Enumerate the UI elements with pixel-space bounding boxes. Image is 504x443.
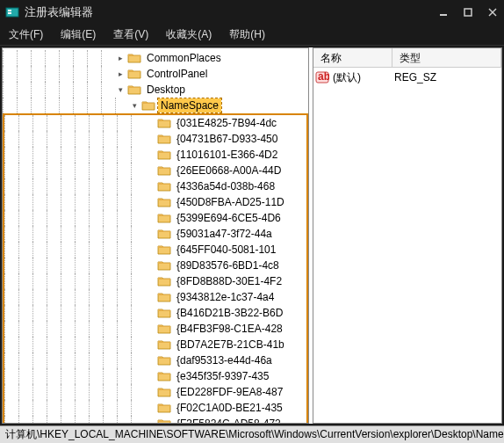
tree-label: {59031a47-3f72-44a xyxy=(174,227,275,241)
expander-spacer xyxy=(145,229,155,239)
tree-node-guid[interactable]: {daf95313-e44d-46a xyxy=(4,352,306,368)
tree-node-guid[interactable]: {4336a54d-038b-468 xyxy=(4,178,306,194)
expander-spacer xyxy=(145,134,155,144)
menu-view[interactable]: 查看(V) xyxy=(110,25,152,44)
tree-node-guid[interactable]: {F3F5824C-AD58-472 xyxy=(4,416,306,423)
tree-node-guid[interactable]: {BD7A2E7B-21CB-41b xyxy=(4,337,306,352)
tree-label: {ED228FDF-9EA8-487 xyxy=(174,385,285,399)
tree-label: {645FF040-5081-101 xyxy=(174,243,278,257)
folder-icon xyxy=(157,370,171,382)
folder-icon xyxy=(141,99,155,112)
folder-icon xyxy=(157,323,171,335)
expander-icon[interactable]: ▸ xyxy=(115,69,126,79)
expander-spacer xyxy=(145,165,155,176)
values-header: 名称 类型 xyxy=(313,48,501,68)
expander-icon[interactable]: ▾ xyxy=(129,100,140,111)
tree-node-namespace[interactable]: ▾NameSpace xyxy=(3,98,308,113)
menu-favorites[interactable]: 收藏夹(A) xyxy=(162,25,215,44)
tree-node-guid[interactable]: {5399E694-6CE5-4D6 xyxy=(4,210,306,226)
menu-help[interactable]: 帮助(H) xyxy=(226,25,269,44)
expander-spacer xyxy=(145,308,155,318)
app-icon xyxy=(5,5,19,19)
folder-icon xyxy=(157,259,171,272)
tree-label: {04731B67-D933-450 xyxy=(174,132,280,146)
menu-file[interactable]: 文件(F) xyxy=(5,25,47,44)
menu-edit[interactable]: 编辑(E) xyxy=(57,25,99,44)
values-panel[interactable]: 名称 类型 ab (默认) REG_SZ xyxy=(313,47,502,424)
svg-text:ab: ab xyxy=(318,71,329,83)
expander-spacer xyxy=(145,181,155,192)
tree-node-guid[interactable]: {8FD8B88D-30E1-4F2 xyxy=(4,273,306,289)
column-name[interactable]: 名称 xyxy=(313,48,392,67)
content-area: ▸CommonPlaces▸ControlPanel▾Desktop▾NameS… xyxy=(2,47,502,424)
expander-spacer xyxy=(145,387,155,397)
tree-label: ControlPanel xyxy=(144,67,210,81)
tree-node-guid[interactable]: {e345f35f-9397-435 xyxy=(4,368,306,384)
tree-label: {9343812e-1c37-4a4 xyxy=(174,290,277,304)
folder-icon xyxy=(157,291,171,303)
tree-label: {5399E694-6CE5-4D6 xyxy=(174,211,284,225)
tree-label: Desktop xyxy=(144,83,188,97)
folder-icon xyxy=(157,196,171,208)
expander-spacer xyxy=(145,403,155,413)
tree-label-selected: NameSpace xyxy=(158,98,221,113)
folder-icon xyxy=(157,338,171,351)
expander-icon[interactable]: ▸ xyxy=(115,53,126,63)
tree-label: CommonPlaces xyxy=(144,51,224,65)
column-type[interactable]: 类型 xyxy=(392,48,501,67)
registry-editor-window: 注册表编辑器 文件(F) 编辑(E) 查看(V) 收藏夹(A) 帮助(H) ▸C… xyxy=(0,0,504,443)
tree-node-guid[interactable]: {04731B67-D933-450 xyxy=(4,131,306,147)
window-title: 注册表编辑器 xyxy=(25,4,437,20)
tree-node-guid[interactable]: {9343812e-1c37-4a4 xyxy=(4,289,306,305)
folder-icon xyxy=(157,133,171,145)
tree-label: {8FD8B88D-30E1-4F2 xyxy=(174,274,284,288)
tree-node-ControlPanel[interactable]: ▸ControlPanel xyxy=(3,66,308,82)
expander-icon[interactable]: ▾ xyxy=(115,84,126,95)
tree-label: {26EE0668-A00A-44D xyxy=(174,163,284,178)
folder-icon xyxy=(157,275,171,287)
value-row-default[interactable]: ab (默认) REG_SZ xyxy=(315,69,500,85)
folder-icon xyxy=(157,354,171,367)
tree-label: {B416D21B-3B22-B6D xyxy=(174,306,285,320)
expander-spacer xyxy=(145,292,155,302)
status-path: 计算机\HKEY_LOCAL_MACHINE\SOFTWARE\Microsof… xyxy=(5,427,504,442)
minimize-button[interactable] xyxy=(437,6,450,18)
tree-node-guid[interactable]: {89D83576-6BD1-4c8 xyxy=(4,258,306,273)
folder-icon xyxy=(157,180,171,192)
tree-node-Desktop[interactable]: ▾Desktop xyxy=(3,82,308,98)
svg-rect-2 xyxy=(8,12,11,14)
expander-spacer xyxy=(145,213,155,223)
value-type: REG_SZ xyxy=(394,71,436,84)
tree-label: {F02C1A0D-BE21-435 xyxy=(174,401,285,415)
folder-icon xyxy=(157,243,171,256)
window-controls xyxy=(437,6,499,18)
tree-node-CommonPlaces[interactable]: ▸CommonPlaces xyxy=(3,50,308,66)
expander-spacer xyxy=(145,197,155,207)
maximize-button[interactable] xyxy=(462,6,474,18)
tree-node-guid[interactable]: {B4FB3F98-C1EA-428 xyxy=(4,321,306,337)
tree-panel[interactable]: ▸CommonPlaces▸ControlPanel▾Desktop▾NameS… xyxy=(2,47,309,424)
expander-spacer xyxy=(145,418,155,423)
tree-node-guid[interactable]: {59031a47-3f72-44a xyxy=(4,226,306,242)
tree-node-guid[interactable]: {450D8FBA-AD25-11D xyxy=(4,194,306,210)
expander-spacer xyxy=(145,355,155,366)
tree-node-guid[interactable]: {ED228FDF-9EA8-487 xyxy=(4,384,306,400)
highlighted-children: {031E4825-7B94-4dc{04731B67-D933-450{110… xyxy=(3,113,308,423)
expander-spacer xyxy=(145,323,155,334)
tree-node-guid[interactable]: {26EE0668-A00A-44D xyxy=(4,163,306,178)
tree-label: {450D8FBA-AD25-11D xyxy=(174,195,287,209)
tree-node-guid[interactable]: {11016101-E366-4D2 xyxy=(4,147,306,163)
expander-spacer xyxy=(145,118,155,128)
value-name: (默认) xyxy=(333,70,394,85)
tree-node-guid[interactable]: {F02C1A0D-BE21-435 xyxy=(4,400,306,416)
tree-node-guid[interactable]: {645FF040-5081-101 xyxy=(4,242,306,258)
tree-node-guid[interactable]: {031E4825-7B94-4dc xyxy=(4,115,306,131)
folder-icon xyxy=(157,212,171,224)
titlebar: 注册表编辑器 xyxy=(0,0,504,25)
tree-node-guid[interactable]: {B416D21B-3B22-B6D xyxy=(4,305,306,321)
tree-label: {4336a54d-038b-468 xyxy=(174,179,277,193)
tree-label: {daf95313-e44d-46a xyxy=(174,353,275,367)
close-button[interactable] xyxy=(486,6,499,18)
folder-icon xyxy=(127,68,141,80)
folder-icon xyxy=(157,164,171,177)
